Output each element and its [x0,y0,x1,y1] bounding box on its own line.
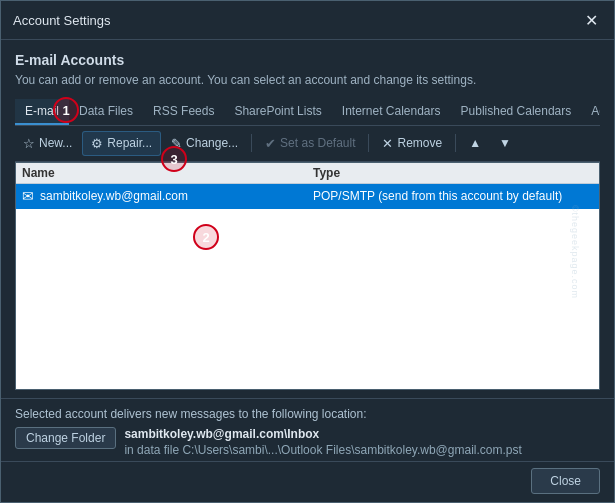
tab-email[interactable]: E-mail [15,99,69,125]
folder-name: sambitkoley.wb@gmail.com\Inbox [124,427,521,441]
remove-button[interactable]: ✕ Remove [374,132,450,155]
dialog-title: Account Settings [13,13,111,28]
content-area: E-mail Accounts You can add or remove an… [1,40,614,398]
new-account-button[interactable]: ☆ New... [15,132,80,155]
account-name: sambitkoley.wb@gmail.com [40,189,313,203]
change-button[interactable]: ✎ Change... [163,132,246,155]
tab-rss-feeds[interactable]: RSS Feeds [143,99,224,125]
move-up-button[interactable]: ▲ [461,132,489,154]
account-icon: ✉ [22,188,34,204]
tab-internet-calendars[interactable]: Internet Calendars [332,99,451,125]
account-type: POP/SMTP (send from this account by defa… [313,189,593,203]
remove-icon: ✕ [382,136,393,151]
tabs-bar: E-mail Data Files RSS Feeds SharePoint L… [15,99,600,126]
change-folder-button[interactable]: Change Folder [15,427,116,449]
col-type-header: Type [313,166,593,180]
toolbar-separator-2 [368,134,369,152]
folder-details: sambitkoley.wb@gmail.com\Inbox in data f… [124,427,521,457]
tab-data-files[interactable]: Data Files [69,99,143,125]
repair-icon: ⚙ [91,136,103,151]
change-icon: ✎ [171,136,182,151]
account-settings-dialog: Account Settings ✕ E-mail Accounts You c… [0,0,615,503]
bottom-info-area: Selected account delivers new messages t… [1,398,614,461]
bottom-row: Change Folder sambitkoley.wb@gmail.com\I… [15,427,600,457]
section-heading: E-mail Accounts [15,52,600,68]
section-description: You can add or remove an account. You ca… [15,72,600,89]
dialog-footer: Close [1,461,614,502]
col-name-header: Name [22,166,313,180]
table-row[interactable]: ✉ sambitkoley.wb@gmail.com POP/SMTP (sen… [16,184,599,209]
tab-address-books[interactable]: Address Books [581,99,600,125]
new-icon: ☆ [23,136,35,151]
list-header: Name Type [16,163,599,184]
set-default-button[interactable]: ✔ Set as Default [257,132,363,155]
data-file-path: in data file C:\Users\sambi\...\Outlook … [124,443,521,457]
set-default-icon: ✔ [265,136,276,151]
title-bar: Account Settings ✕ [1,1,614,40]
account-toolbar: ☆ New... ⚙ Repair... ✎ Change... ✔ Set a… [15,126,600,162]
close-button[interactable]: Close [531,468,600,494]
toolbar-separator-1 [251,134,252,152]
close-dialog-button[interactable]: ✕ [580,9,602,31]
toolbar-separator-3 [455,134,456,152]
delivery-info-text: Selected account delivers new messages t… [15,407,600,421]
repair-button[interactable]: ⚙ Repair... [82,131,161,156]
accounts-list[interactable]: Name Type ✉ sambitkoley.wb@gmail.com POP… [15,162,600,390]
tab-sharepoint-lists[interactable]: SharePoint Lists [224,99,331,125]
tab-published-calendars[interactable]: Published Calendars [451,99,582,125]
move-down-button[interactable]: ▼ [491,132,519,154]
